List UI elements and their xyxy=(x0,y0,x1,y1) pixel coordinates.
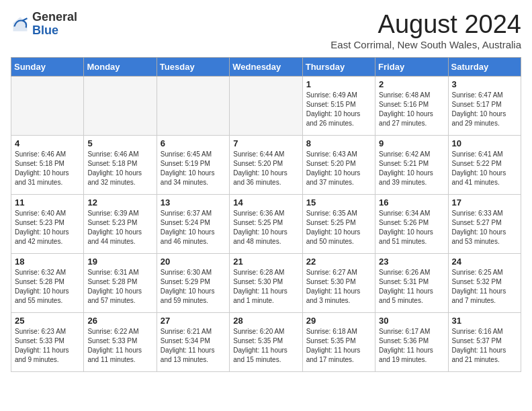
day-info: Sunrise: 6:46 AM Sunset: 5:18 PM Dayligh… xyxy=(87,150,152,187)
calendar-cell xyxy=(84,76,157,135)
calendar-cell: 21Sunrise: 6:28 AM Sunset: 5:30 PM Dayli… xyxy=(230,253,302,312)
day-info: Sunrise: 6:27 AM Sunset: 5:30 PM Dayligh… xyxy=(306,268,371,306)
day-info: Sunrise: 6:45 AM Sunset: 5:19 PM Dayligh… xyxy=(161,150,226,187)
day-info: Sunrise: 6:36 AM Sunset: 5:25 PM Dayligh… xyxy=(233,209,298,246)
calendar-cell: 6Sunrise: 6:45 AM Sunset: 5:19 PM Daylig… xyxy=(157,135,229,194)
day-number: 27 xyxy=(161,316,226,326)
calendar-cell: 14Sunrise: 6:36 AM Sunset: 5:25 PM Dayli… xyxy=(230,194,302,253)
col-monday: Monday xyxy=(84,57,157,76)
day-number: 2 xyxy=(379,79,444,89)
day-number: 31 xyxy=(452,316,517,326)
day-info: Sunrise: 6:16 AM Sunset: 5:37 PM Dayligh… xyxy=(452,327,517,365)
day-number: 14 xyxy=(233,197,298,208)
calendar-cell xyxy=(11,76,84,135)
calendar-week-2: 4Sunrise: 6:46 AM Sunset: 5:18 PM Daylig… xyxy=(11,135,521,194)
day-info: Sunrise: 6:21 AM Sunset: 5:34 PM Dayligh… xyxy=(161,327,226,365)
day-number: 20 xyxy=(161,257,226,267)
day-info: Sunrise: 6:18 AM Sunset: 5:35 PM Dayligh… xyxy=(306,327,371,365)
day-info: Sunrise: 6:17 AM Sunset: 5:36 PM Dayligh… xyxy=(379,327,444,365)
day-number: 6 xyxy=(161,138,226,148)
calendar-cell xyxy=(230,76,302,135)
location-title: East Corrimal, New South Wales, Australi… xyxy=(330,39,521,50)
calendar-week-5: 25Sunrise: 6:23 AM Sunset: 5:33 PM Dayli… xyxy=(11,312,521,371)
day-number: 13 xyxy=(161,197,226,208)
title-block: August 2024 East Corrimal, New South Wal… xyxy=(330,11,521,50)
day-number: 16 xyxy=(379,197,444,208)
day-number: 29 xyxy=(306,316,371,326)
day-number: 5 xyxy=(87,138,152,148)
col-saturday: Saturday xyxy=(448,57,521,76)
logo-blue: Blue xyxy=(32,24,77,38)
day-info: Sunrise: 6:31 AM Sunset: 5:28 PM Dayligh… xyxy=(87,268,152,306)
day-number: 15 xyxy=(306,197,371,208)
calendar-week-3: 11Sunrise: 6:40 AM Sunset: 5:23 PM Dayli… xyxy=(11,194,521,253)
day-info: Sunrise: 6:20 AM Sunset: 5:35 PM Dayligh… xyxy=(233,327,298,365)
day-number: 22 xyxy=(306,257,371,267)
col-wednesday: Wednesday xyxy=(230,57,302,76)
col-friday: Friday xyxy=(375,57,448,76)
logo: General Blue xyxy=(11,11,77,38)
day-info: Sunrise: 6:23 AM Sunset: 5:33 PM Dayligh… xyxy=(15,327,80,365)
day-info: Sunrise: 6:30 AM Sunset: 5:29 PM Dayligh… xyxy=(161,268,226,306)
col-thursday: Thursday xyxy=(302,57,375,76)
day-info: Sunrise: 6:41 AM Sunset: 5:22 PM Dayligh… xyxy=(452,150,517,187)
calendar-cell: 8Sunrise: 6:43 AM Sunset: 5:20 PM Daylig… xyxy=(302,135,375,194)
day-info: Sunrise: 6:22 AM Sunset: 5:33 PM Dayligh… xyxy=(87,327,152,365)
logo-text: General Blue xyxy=(32,11,77,38)
day-info: Sunrise: 6:44 AM Sunset: 5:20 PM Dayligh… xyxy=(233,150,298,187)
calendar-cell: 1Sunrise: 6:49 AM Sunset: 5:15 PM Daylig… xyxy=(302,76,375,135)
day-info: Sunrise: 6:37 AM Sunset: 5:24 PM Dayligh… xyxy=(161,209,226,246)
calendar-cell: 24Sunrise: 6:25 AM Sunset: 5:32 PM Dayli… xyxy=(448,253,521,312)
day-number: 24 xyxy=(452,257,517,267)
calendar-cell: 30Sunrise: 6:17 AM Sunset: 5:36 PM Dayli… xyxy=(375,312,448,371)
calendar-header-row: Sunday Monday Tuesday Wednesday Thursday… xyxy=(11,57,521,76)
calendar-cell xyxy=(157,76,229,135)
day-number: 12 xyxy=(87,197,152,208)
day-info: Sunrise: 6:34 AM Sunset: 5:26 PM Dayligh… xyxy=(379,209,444,246)
month-title: August 2024 xyxy=(330,11,521,39)
day-number: 30 xyxy=(379,316,444,326)
logo-general: General xyxy=(32,11,77,24)
calendar-cell: 5Sunrise: 6:46 AM Sunset: 5:18 PM Daylig… xyxy=(84,135,157,194)
calendar-cell: 7Sunrise: 6:44 AM Sunset: 5:20 PM Daylig… xyxy=(230,135,302,194)
day-info: Sunrise: 6:47 AM Sunset: 5:17 PM Dayligh… xyxy=(452,91,517,128)
calendar-cell: 27Sunrise: 6:21 AM Sunset: 5:34 PM Dayli… xyxy=(157,312,229,371)
day-info: Sunrise: 6:33 AM Sunset: 5:27 PM Dayligh… xyxy=(452,209,517,246)
calendar-cell: 20Sunrise: 6:30 AM Sunset: 5:29 PM Dayli… xyxy=(157,253,229,312)
day-info: Sunrise: 6:48 AM Sunset: 5:16 PM Dayligh… xyxy=(379,91,444,128)
day-number: 26 xyxy=(87,316,152,326)
day-number: 23 xyxy=(379,257,444,267)
day-number: 17 xyxy=(452,197,517,208)
day-info: Sunrise: 6:42 AM Sunset: 5:21 PM Dayligh… xyxy=(379,150,444,187)
calendar-cell: 16Sunrise: 6:34 AM Sunset: 5:26 PM Dayli… xyxy=(375,194,448,253)
day-number: 9 xyxy=(379,138,444,148)
calendar-cell: 2Sunrise: 6:48 AM Sunset: 5:16 PM Daylig… xyxy=(375,76,448,135)
calendar-cell: 10Sunrise: 6:41 AM Sunset: 5:22 PM Dayli… xyxy=(448,135,521,194)
day-number: 10 xyxy=(452,138,517,148)
page-header: General Blue August 2024 East Corrimal, … xyxy=(11,11,521,50)
day-info: Sunrise: 6:25 AM Sunset: 5:32 PM Dayligh… xyxy=(452,268,517,306)
calendar-cell: 15Sunrise: 6:35 AM Sunset: 5:25 PM Dayli… xyxy=(302,194,375,253)
calendar-table: Sunday Monday Tuesday Wednesday Thursday… xyxy=(11,57,521,372)
day-number: 21 xyxy=(233,257,298,267)
day-info: Sunrise: 6:26 AM Sunset: 5:31 PM Dayligh… xyxy=(379,268,444,306)
calendar-cell: 18Sunrise: 6:32 AM Sunset: 5:28 PM Dayli… xyxy=(11,253,84,312)
calendar-cell: 13Sunrise: 6:37 AM Sunset: 5:24 PM Dayli… xyxy=(157,194,229,253)
day-number: 4 xyxy=(15,138,80,148)
day-number: 7 xyxy=(233,138,298,148)
calendar-week-1: 1Sunrise: 6:49 AM Sunset: 5:15 PM Daylig… xyxy=(11,76,521,135)
col-tuesday: Tuesday xyxy=(157,57,229,76)
day-number: 3 xyxy=(452,79,517,89)
day-number: 28 xyxy=(233,316,298,326)
day-number: 18 xyxy=(15,257,80,267)
calendar-cell: 31Sunrise: 6:16 AM Sunset: 5:37 PM Dayli… xyxy=(448,312,521,371)
col-sunday: Sunday xyxy=(11,57,84,76)
day-number: 8 xyxy=(306,138,371,148)
calendar-cell: 4Sunrise: 6:46 AM Sunset: 5:18 PM Daylig… xyxy=(11,135,84,194)
day-number: 19 xyxy=(87,257,152,267)
calendar-cell: 9Sunrise: 6:42 AM Sunset: 5:21 PM Daylig… xyxy=(375,135,448,194)
day-info: Sunrise: 6:32 AM Sunset: 5:28 PM Dayligh… xyxy=(15,268,80,306)
day-info: Sunrise: 6:35 AM Sunset: 5:25 PM Dayligh… xyxy=(306,209,371,246)
calendar-cell: 3Sunrise: 6:47 AM Sunset: 5:17 PM Daylig… xyxy=(448,76,521,135)
logo-icon xyxy=(11,15,30,34)
